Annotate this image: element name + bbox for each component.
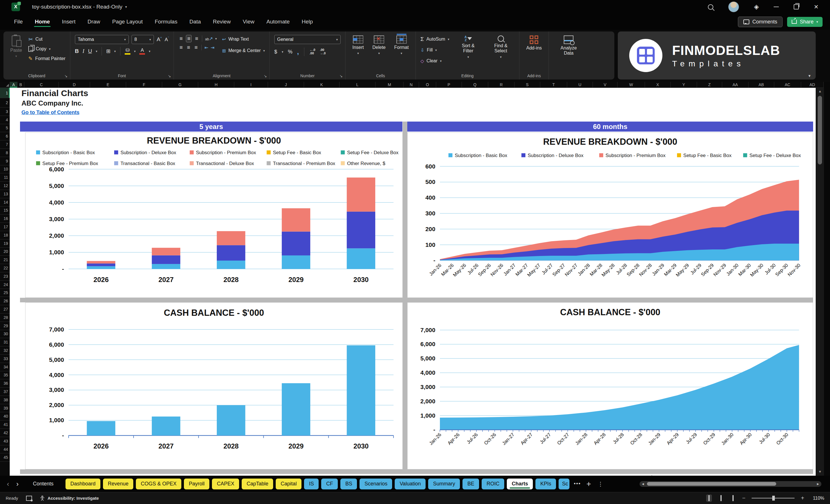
row-header-27[interactable]: 27	[0, 305, 10, 314]
paste-button[interactable]: Paste ▾	[8, 35, 24, 59]
align-right-button[interactable]: ≡	[193, 44, 198, 51]
fill-button[interactable]: ⇩Fill▾	[420, 46, 449, 54]
column-header-G[interactable]: G	[162, 82, 198, 88]
row-header-19[interactable]: 19	[0, 240, 10, 248]
comments-button[interactable]: Comments	[738, 17, 783, 27]
sheet-tab-be[interactable]: BE	[462, 478, 479, 490]
number-format-select[interactable]: General▾	[274, 35, 341, 44]
zoom-level[interactable]: 110%	[810, 496, 824, 501]
row-header-21[interactable]: 21	[0, 256, 10, 264]
prev-sheet-arrow[interactable]: ‹	[5, 480, 11, 488]
clear-button[interactable]: ◇Clear▾	[420, 57, 449, 65]
scroll-right-arrow[interactable]: ►	[816, 482, 820, 486]
row-header-11[interactable]: 11	[0, 174, 10, 182]
row-header-28[interactable]: 28	[0, 314, 10, 322]
underline-button[interactable]: U	[88, 48, 92, 54]
restore-button[interactable]	[794, 4, 799, 9]
chart-cash-balance-5y[interactable]: CASH BALANCE - $'0007,0006,0005,0004,000…	[25, 302, 403, 469]
chart-cash-balance-60m[interactable]: CASH BALANCE - $'0007,0006,0005,0004,000…	[407, 302, 813, 469]
column-header-AD[interactable]: AD	[801, 82, 824, 88]
row-header-33[interactable]: 33	[0, 355, 10, 363]
column-header-L[interactable]: L	[340, 82, 376, 88]
menu-tab-review[interactable]: Review	[207, 16, 236, 28]
zoom-slider-thumb[interactable]	[772, 496, 775, 501]
sheet-options-button[interactable]: ⋮	[598, 480, 604, 487]
chart-revenue-breakdown-60m[interactable]: REVENUE BREAKDOWN - $'000Subscription - …	[407, 132, 813, 298]
worksheet[interactable]: Financial Charts ABC Company Inc. Go to …	[10, 88, 816, 476]
title-dropdown-icon[interactable]: ▾	[125, 5, 127, 9]
clipboard-dialog-launcher[interactable]: ↘	[64, 74, 67, 78]
row-header-31[interactable]: 31	[0, 338, 10, 346]
row-header-15[interactable]: 15	[0, 207, 10, 215]
fill-color-button[interactable]: ⛁	[125, 48, 130, 55]
row-header-1[interactable]: 1	[0, 88, 10, 98]
row-header-9[interactable]: 9	[0, 157, 10, 165]
column-header-J[interactable]: J	[268, 82, 304, 88]
wrap-text-button[interactable]: ↩Wrap Text	[222, 35, 265, 43]
zoom-in-button[interactable]: +	[801, 495, 804, 501]
decrease-indent-button[interactable]: ⇤	[204, 45, 208, 50]
macro-record-icon[interactable]	[26, 496, 32, 501]
column-header-AB[interactable]: AB	[748, 82, 774, 88]
column-header-A[interactable]: A	[10, 82, 18, 88]
row-header-22[interactable]: 22	[0, 264, 10, 272]
borders-button[interactable]: ⊞	[106, 48, 110, 54]
sheet-tab-scenarios[interactable]: Scenarios	[359, 478, 392, 490]
analyze-data-button[interactable]: Analyze Data	[553, 35, 584, 57]
sheet-tab-summary[interactable]: Summary	[428, 478, 460, 490]
row-header-44[interactable]: 44	[0, 445, 10, 454]
autosum-button[interactable]: ΣAutoSum▾	[420, 35, 449, 43]
page-layout-view-button[interactable]	[718, 495, 724, 502]
row-header-39[interactable]: 39	[0, 404, 10, 412]
menu-tab-draw[interactable]: Draw	[82, 16, 106, 28]
addins-button[interactable]: Add-ins	[524, 35, 544, 51]
avatar[interactable]	[728, 1, 739, 12]
menu-tab-help[interactable]: Help	[296, 16, 319, 28]
row-header-29[interactable]: 29	[0, 322, 10, 330]
column-header-H[interactable]: H	[198, 82, 234, 88]
bold-button[interactable]: B	[75, 48, 79, 54]
table-of-contents-link[interactable]: Go to Table of Contents	[22, 109, 79, 116]
column-header-I[interactable]: I	[234, 82, 268, 88]
row-header-20[interactable]: 20	[0, 248, 10, 256]
row-header-37[interactable]: 37	[0, 387, 10, 396]
font-color-button[interactable]: A	[139, 48, 145, 55]
sheet-tab-cf[interactable]: CF	[321, 478, 338, 490]
collapse-ribbon-icon[interactable]: ▾	[808, 73, 810, 78]
row-header-23[interactable]: 23	[0, 272, 10, 281]
align-bottom-button[interactable]: ≡	[194, 35, 199, 42]
horizontal-scroll-thumb[interactable]	[647, 482, 776, 486]
column-header-O[interactable]: O	[419, 82, 436, 88]
accounting-format-button[interactable]: $	[274, 49, 277, 55]
new-sheet-button[interactable]: +	[586, 479, 591, 489]
menu-tab-automate[interactable]: Automate	[260, 16, 295, 28]
menu-tab-file[interactable]: File	[8, 16, 29, 28]
sheet-tab-valuation[interactable]: Valuation	[395, 478, 425, 490]
row-header-6[interactable]: 6	[0, 132, 10, 140]
italic-button[interactable]: I	[83, 48, 84, 54]
sheet-tab-capital[interactable]: Capital	[276, 478, 301, 490]
column-header-T[interactable]: T	[540, 82, 567, 88]
sheet-tab-revenue[interactable]: Revenue	[103, 478, 133, 490]
scroll-left-arrow[interactable]: ◄	[641, 482, 645, 486]
column-header-M[interactable]: M	[376, 82, 404, 88]
row-header-12[interactable]: 12	[0, 182, 10, 190]
row-header-40[interactable]: 40	[0, 412, 10, 420]
sheet-tab-roic[interactable]: ROIC	[482, 478, 504, 490]
comma-style-button[interactable]: ,	[297, 48, 299, 56]
sheet-tab-payroll[interactable]: Payroll	[184, 478, 210, 490]
column-header-F[interactable]: F	[126, 82, 162, 88]
chart-revenue-breakdown-5y[interactable]: REVENUE BREAKDOWN - $'000Subscription - …	[25, 132, 403, 298]
sheet-tab-sc[interactable]: Sc	[558, 478, 569, 490]
menu-tab-insert[interactable]: Insert	[56, 16, 82, 28]
align-left-button[interactable]: ≡	[179, 44, 184, 51]
row-header-42[interactable]: 42	[0, 429, 10, 437]
minimize-button[interactable]	[774, 7, 779, 7]
column-header-P[interactable]: P	[436, 82, 462, 88]
menu-tab-data[interactable]: Data	[183, 16, 207, 28]
alignment-dialog-launcher[interactable]: ↘	[264, 74, 267, 78]
column-header-Z[interactable]: Z	[697, 82, 722, 88]
row-header-41[interactable]: 41	[0, 420, 10, 429]
next-sheet-arrow[interactable]: ›	[14, 480, 21, 488]
orientation-button[interactable]: ab↗	[205, 36, 213, 42]
